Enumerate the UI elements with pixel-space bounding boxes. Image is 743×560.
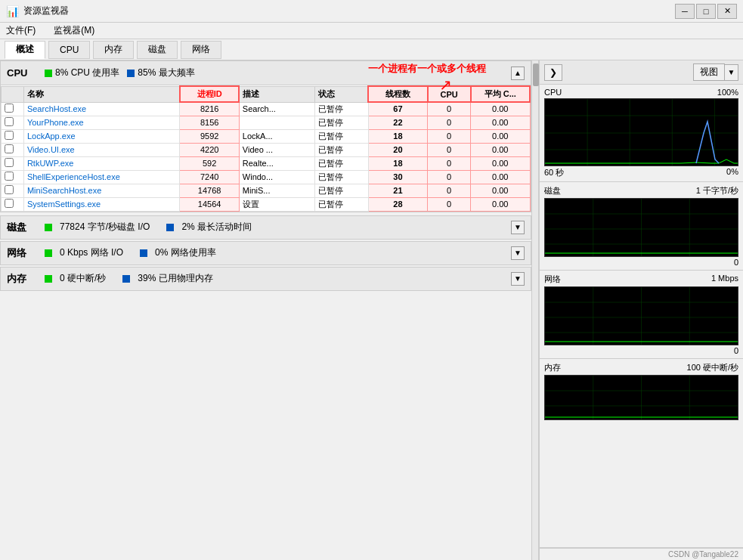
- disk-chart-title: 磁盘: [544, 185, 561, 196]
- col-header-avgcpu[interactable]: 平均 C...: [471, 86, 530, 102]
- memory-title: 内存: [7, 272, 37, 286]
- minimize-button[interactable]: ─: [675, 4, 695, 19]
- pid-label: 进程ID: [197, 89, 222, 98]
- row-name: ShellExperienceHost.exe: [23, 170, 180, 184]
- row-status: 已暂停: [314, 184, 368, 197]
- table-row[interactable]: RtkUWP.exe 592 Realte... 已暂停 18 0 0.00: [2, 156, 531, 170]
- cpu-chart-max: 100%: [717, 88, 738, 97]
- disk-stat2: 2% 最长活动时间: [181, 221, 252, 234]
- network-chart-max: 1 Mbps: [711, 274, 738, 285]
- right-panel-header: ❯ 视图 ▼: [540, 60, 743, 85]
- row-check[interactable]: [2, 102, 24, 116]
- tab-disk[interactable]: 磁盘: [137, 41, 178, 59]
- disk-expand-button[interactable]: ▼: [511, 221, 525, 234]
- cpu-stat2-group: 85% 最大频率: [127, 67, 194, 79]
- table-row[interactable]: SearchHost.exe 8216 Search... 已暂停 67 0 0…: [2, 102, 531, 116]
- row-check[interactable]: [2, 129, 24, 143]
- row-check[interactable]: [2, 197, 24, 211]
- row-desc: Video ...: [239, 143, 314, 156]
- disk-stat1: 77824 字节/秒磁盘 I/O: [60, 221, 150, 234]
- network-stat1: 0 Kbps 网络 I/O: [60, 246, 123, 259]
- col-header-pid[interactable]: 进程ID: [180, 86, 239, 102]
- row-name: SystemSettings.exe: [23, 197, 180, 211]
- memory-chart-title: 内存: [544, 362, 561, 373]
- disk-chart-max: 1 千字节/秒: [696, 185, 738, 196]
- disk-chart-svg: [545, 199, 738, 256]
- title-bar-title: 资源监视器: [23, 5, 675, 17]
- disk-chart-bottom: 0: [544, 258, 738, 267]
- row-name: RtkUWP.exe: [23, 156, 180, 170]
- vertical-scrollbar[interactable]: [531, 60, 539, 560]
- view-label: 视图: [693, 63, 725, 81]
- col-header-name[interactable]: 名称: [23, 86, 180, 102]
- row-avgcpu: 0.00: [471, 116, 530, 129]
- table-row[interactable]: Video.UI.exe 4220 Video ... 已暂停 20 0 0.0…: [2, 143, 531, 156]
- row-check[interactable]: [2, 170, 24, 184]
- row-cpu: 0: [428, 184, 471, 197]
- view-dropdown-arrow[interactable]: ▼: [725, 64, 738, 81]
- row-threads: 20: [368, 143, 427, 156]
- view-dropdown: 视图 ▼: [693, 63, 738, 81]
- cpu-stat1-group: 8% CPU 使用率: [45, 67, 119, 79]
- tab-cpu[interactable]: CPU: [48, 41, 90, 59]
- memory-chart: [544, 375, 738, 420]
- cpu-stat2-text: 85% 最大频率: [138, 67, 194, 79]
- row-status: 已暂停: [314, 170, 368, 184]
- process-table-wrapper[interactable]: 名称 进程ID 描述 状态 线程: [1, 85, 531, 212]
- right-panel: ❯ 视图 ▼ CPU 100%: [539, 60, 743, 560]
- row-check[interactable]: [2, 116, 24, 129]
- maximize-button[interactable]: □: [696, 4, 716, 19]
- sections-below: 磁盘 77824 字节/秒磁盘 I/O 2% 最长活动时间 ▼ 网络 0 Kbp…: [0, 215, 531, 561]
- table-row[interactable]: SystemSettings.exe 14564 设置 已暂停 28 0 0.0…: [2, 197, 531, 211]
- disk-stat1-icon: [45, 224, 52, 231]
- memory-expand-button[interactable]: ▼: [511, 272, 525, 286]
- row-status: 已暂停: [314, 102, 368, 116]
- col-header-status[interactable]: 状态: [314, 86, 368, 102]
- window-controls: ─ □ ✕: [675, 4, 737, 19]
- row-desc: Search...: [239, 102, 314, 116]
- row-name: Video.UI.exe: [23, 143, 180, 156]
- memory-chart-title-row: 内存 100 硬中断/秒: [544, 362, 738, 373]
- menu-monitor[interactable]: 监视器(M): [51, 24, 98, 37]
- row-check[interactable]: [2, 184, 24, 197]
- row-desc: [239, 116, 314, 129]
- cpu-collapse-button[interactable]: ▲: [511, 67, 525, 80]
- col-header-desc[interactable]: 描述: [239, 86, 314, 102]
- right-panel-nav-button[interactable]: ❯: [544, 64, 562, 81]
- cpu-stat1-icon: [45, 70, 52, 77]
- tab-overview[interactable]: 概述: [5, 41, 45, 59]
- row-pid: 14768: [180, 184, 239, 197]
- col-header-threads[interactable]: 线程数: [368, 86, 427, 102]
- annotation-arrow-icon: ↙: [439, 77, 452, 95]
- table-row[interactable]: YourPhone.exe 8156 已暂停 22 0 0.00: [2, 116, 531, 129]
- network-chart-section: 网络 1 Mbps 0: [540, 271, 743, 359]
- scrollbar-thumb[interactable]: [533, 63, 539, 86]
- tab-memory[interactable]: 内存: [93, 41, 134, 59]
- network-chart-title-row: 网络 1 Mbps: [544, 274, 738, 285]
- row-cpu: 0: [428, 129, 471, 143]
- row-check[interactable]: [2, 156, 24, 170]
- memory-section-header[interactable]: 内存 0 硬中断/秒 39% 已用物理内存 ▼: [0, 267, 531, 291]
- row-avgcpu: 0.00: [471, 102, 530, 116]
- menu-file[interactable]: 文件(F): [3, 24, 39, 37]
- table-row[interactable]: ShellExperienceHost.exe 7240 Windo... 已暂…: [2, 170, 531, 184]
- cpu-chart-title: CPU: [544, 88, 562, 97]
- row-threads: 22: [368, 116, 427, 129]
- close-button[interactable]: ✕: [717, 4, 737, 19]
- cpu-chart-pct: 0%: [726, 167, 738, 178]
- row-pid: 7240: [180, 170, 239, 184]
- memory-stat1: 0 硬中断/秒: [60, 272, 106, 285]
- cpu-chart: [544, 98, 738, 166]
- disk-chart-right: 0: [734, 258, 738, 267]
- row-threads: 21: [368, 184, 427, 197]
- cpu-chart-svg: [545, 99, 738, 166]
- network-stat1-icon: [45, 249, 52, 257]
- table-row[interactable]: LockApp.exe 9592 LockA... 已暂停 18 0 0.00: [2, 129, 531, 143]
- disk-section-header[interactable]: 磁盘 77824 字节/秒磁盘 I/O 2% 最长活动时间 ▼: [0, 215, 531, 240]
- table-row[interactable]: MiniSearchHost.exe 14768 MiniS... 已暂停 21…: [2, 184, 531, 197]
- row-check[interactable]: [2, 143, 24, 156]
- cpu-stat2-icon: [127, 70, 135, 77]
- network-expand-button[interactable]: ▼: [511, 246, 525, 260]
- network-section-header[interactable]: 网络 0 Kbps 网络 I/O 0% 网络使用率 ▼: [0, 241, 531, 265]
- tab-network[interactable]: 网络: [181, 41, 221, 59]
